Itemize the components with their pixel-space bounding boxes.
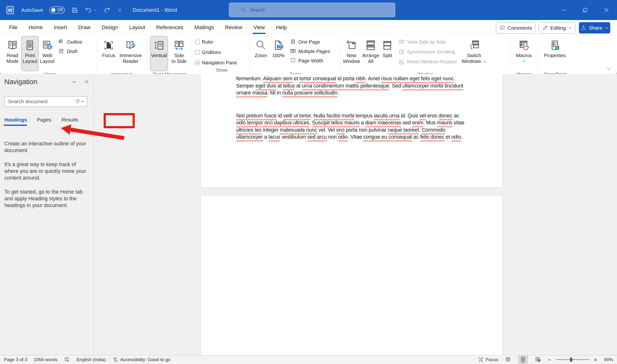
arrange-all-button[interactable]: ArrangeAll xyxy=(361,36,381,71)
new-window-button[interactable]: NewWindow xyxy=(342,36,361,71)
language-indicator[interactable]: English (India) xyxy=(77,357,105,362)
restore-button[interactable] xyxy=(575,0,596,20)
word-count[interactable]: 1056 words xyxy=(34,357,57,362)
svg-text:S: S xyxy=(556,46,558,50)
draft-icon xyxy=(58,48,65,55)
zoom-button[interactable]: Zoom xyxy=(252,36,270,71)
document-text: fermentum. Aliquam sem et tortor consequ… xyxy=(201,74,502,141)
outline-button[interactable]: Outline xyxy=(58,38,82,46)
navigation-search-input[interactable]: Search document xyxy=(4,96,87,107)
nav-tab-headings[interactable]: Headings xyxy=(4,117,27,123)
document-page-2[interactable]: fermentum. Aliquam sem et tortor consequ… xyxy=(200,74,503,188)
autosave-toggle[interactable]: Off xyxy=(49,7,65,13)
focus-button[interactable]: Focus xyxy=(101,36,117,71)
tab-layout[interactable]: Layout xyxy=(124,20,151,35)
split-icon xyxy=(382,38,393,52)
print-layout-view-button[interactable] xyxy=(518,355,528,364)
group-immersive: Focus ImmersiveReader Immersive xyxy=(98,36,146,74)
split-button[interactable]: Split xyxy=(381,36,394,71)
tab-view[interactable]: View xyxy=(248,20,270,35)
properties-button[interactable]: S Properties xyxy=(541,36,568,71)
tab-home[interactable]: Home xyxy=(23,20,48,35)
page-width-label: Page Width xyxy=(298,58,323,64)
navigation-pane-title: Navigation xyxy=(4,78,64,86)
view-side-by-side-icon xyxy=(398,39,405,46)
navigation-pane-checkbox[interactable]: Navigation Pane xyxy=(195,59,237,67)
tab-mailings[interactable]: Mailings xyxy=(189,20,219,35)
search-box[interactable]: Search xyxy=(229,3,395,17)
page-indicator[interactable]: Page 3 of 3 xyxy=(4,357,27,362)
document-title: Document1 - Word xyxy=(133,7,177,13)
accessibility-status[interactable]: Accessibility: Good to go xyxy=(112,357,170,363)
print-layout-button[interactable]: PrintLayout xyxy=(21,36,39,71)
draft-label: Draft xyxy=(67,49,77,54)
save-icon[interactable] xyxy=(71,7,78,14)
view-side-by-side-button[interactable]: View Side by Side xyxy=(398,38,457,46)
web-layout-view-button[interactable] xyxy=(533,355,543,364)
toggle-knob xyxy=(51,8,55,12)
gridlines-checkbox[interactable]: Gridlines xyxy=(195,48,237,57)
group-label-show: Show xyxy=(195,67,248,75)
undo-icon[interactable] xyxy=(85,6,97,14)
search-icon xyxy=(75,99,81,104)
draft-button[interactable]: Draft xyxy=(58,47,82,56)
reset-window-position-button[interactable]: Reset Window Position xyxy=(398,58,457,66)
tab-draw[interactable]: Draw xyxy=(73,20,96,35)
properties-icon: S xyxy=(549,38,560,52)
zoom-slider[interactable] xyxy=(556,357,589,362)
read-mode-view-button[interactable] xyxy=(503,355,513,364)
zoom-out-button[interactable]: − xyxy=(548,356,552,363)
tab-design[interactable]: Design xyxy=(96,20,124,35)
gridlines-label: Gridlines xyxy=(202,50,221,55)
side-to-side-button[interactable]: Sideto Side xyxy=(169,36,189,71)
tab-references[interactable]: References xyxy=(151,20,189,35)
navigation-help-text: Create an interactive outline of your do… xyxy=(4,140,86,216)
tab-help[interactable]: Help xyxy=(270,20,292,35)
page-width-button[interactable]: Page Width xyxy=(290,57,330,65)
read-mode-button[interactable]: ReadMode xyxy=(4,36,21,71)
navigation-pane-close-icon[interactable] xyxy=(84,79,89,84)
tab-insert[interactable]: Insert xyxy=(48,20,73,35)
side-to-side-icon xyxy=(174,38,185,52)
tab-review[interactable]: Review xyxy=(219,20,248,35)
web-layout-icon xyxy=(42,38,53,52)
nav-tab-pages[interactable]: Pages xyxy=(37,117,51,123)
search-placeholder: Search xyxy=(250,7,266,13)
zoom-percentage[interactable]: 90% xyxy=(602,357,613,362)
document-page-3[interactable] xyxy=(200,195,503,355)
ruler-checkbox[interactable]: Ruler xyxy=(195,38,237,46)
zoom-in-button[interactable]: + xyxy=(594,356,597,363)
collapse-ribbon-icon[interactable] xyxy=(606,66,612,72)
web-layout-button[interactable]: WebLayout xyxy=(39,36,56,71)
focus-label: Focus xyxy=(486,357,498,362)
ribbon: ReadMode PrintLayout WebLayout xyxy=(0,35,617,74)
navigation-search-placeholder: Search document xyxy=(8,99,75,104)
switch-windows-button[interactable]: SwitchWindows xyxy=(461,36,487,71)
zoom-slider-thumb[interactable] xyxy=(570,357,572,362)
proofing-errors-icon[interactable] xyxy=(64,357,70,363)
comments-button[interactable]: Comments xyxy=(496,22,535,34)
focus-mode-button[interactable]: Focus xyxy=(478,357,498,363)
close-button[interactable] xyxy=(596,0,617,20)
switch-windows-icon xyxy=(469,38,480,52)
minimize-button[interactable] xyxy=(553,0,575,20)
customize-quick-access-icon[interactable] xyxy=(117,7,122,13)
zoom-100-icon: 100 xyxy=(273,38,284,52)
vertical-button[interactable]: Vertical xyxy=(150,36,168,71)
one-page-button[interactable]: One Page xyxy=(290,38,330,46)
navigation-pane-menu-icon[interactable] xyxy=(72,79,77,85)
active-tab-underline xyxy=(4,125,27,126)
redo-icon[interactable] xyxy=(103,6,111,14)
editing-dropdown[interactable]: Editing xyxy=(539,22,575,34)
synchronous-scrolling-button[interactable]: Synchronous Scrolling xyxy=(398,48,457,56)
nav-help-paragraph: It’s a great way to keep track of where … xyxy=(4,161,86,181)
immersive-reader-button[interactable]: ImmersiveReader xyxy=(118,36,143,71)
ruler-label: Ruler xyxy=(202,39,213,45)
macros-button[interactable]: Macros xyxy=(513,36,535,71)
multiple-pages-button[interactable]: Multiple Pages xyxy=(290,47,330,56)
tab-file[interactable]: File xyxy=(3,20,23,35)
share-button[interactable]: Share xyxy=(579,22,610,34)
zoom-100-button[interactable]: 100 100% xyxy=(270,36,287,71)
checkbox-checked-icon xyxy=(195,61,200,65)
group-show: Ruler Gridlines Navigation Pane Show xyxy=(193,36,248,74)
